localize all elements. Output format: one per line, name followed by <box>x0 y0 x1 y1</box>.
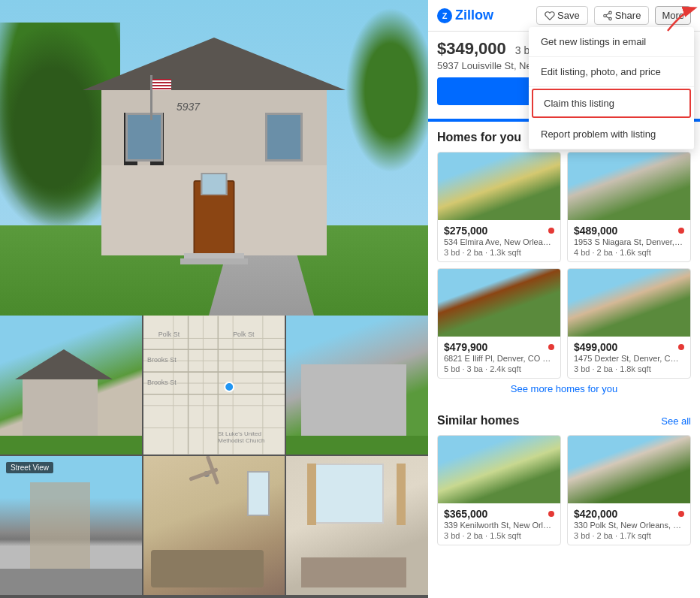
similar-photo-1 <box>438 436 560 503</box>
street-view-badge: Street View <box>6 462 53 473</box>
flag <box>150 75 152 120</box>
svg-point-22 <box>608 11 611 14</box>
home-card-photo-2 <box>568 153 690 220</box>
svg-text:St Luke's United: St Luke's United <box>218 430 261 437</box>
home-details-1: 3 bd · 2 ba · 1.3k sqft <box>444 248 554 257</box>
similar-card-1[interactable]: $365,000 339 Kenilworth St, New Orle... … <box>437 435 561 545</box>
similar-dot-2 <box>678 511 684 517</box>
home-card-info-4: $499,000 1475 Dexter St, Denver, CO ... … <box>568 337 690 378</box>
svg-text:Methodist Church: Methodist Church <box>218 437 264 444</box>
home-card-2[interactable]: $489,000 1953 S Niagara St, Denver, C...… <box>567 152 691 262</box>
svg-point-23 <box>603 14 606 17</box>
homes-for-you-section: Homes for you $275,000 534 Elmira Ave, N… <box>428 122 700 405</box>
home-price-4: $499,000 <box>574 341 617 353</box>
home-details-2: 4 bd · 2 ba · 1.6k sqft <box>574 248 684 257</box>
status-dot-2 <box>678 228 684 234</box>
similar-dot-1 <box>548 511 554 517</box>
heart-icon <box>545 11 555 21</box>
svg-line-25 <box>606 16 609 17</box>
thumb-exterior-2[interactable] <box>286 316 428 455</box>
homes-for-you-grid: $275,000 534 Elmira Ave, New Orleans... … <box>437 152 691 379</box>
similar-address-1: 339 Kenilworth St, New Orle... <box>444 521 554 530</box>
svg-line-26 <box>606 13 609 14</box>
home-price-2: $489,000 <box>574 225 617 237</box>
dropdown-claim-item[interactable]: Claim this listing <box>532 89 691 118</box>
see-all-link[interactable]: See all <box>661 415 691 427</box>
save-button[interactable]: Save <box>536 6 588 25</box>
share-icon <box>602 11 613 21</box>
zillow-logo-text: Zillow <box>455 8 493 23</box>
more-dropdown: Get new listings in email Edit listing, … <box>529 27 694 150</box>
home-address-1: 534 Elmira Ave, New Orleans... <box>444 237 554 246</box>
home-card-photo-4 <box>568 269 690 337</box>
zillow-icon: Z <box>437 8 452 23</box>
similar-details-1: 3 bd · 2 ba · 1.5k sqft <box>444 531 554 540</box>
home-card-photo-1 <box>438 153 560 220</box>
thumb-exterior-1[interactable] <box>0 316 142 455</box>
home-card-info-2: $489,000 1953 S Niagara St, Denver, C...… <box>568 220 690 261</box>
svg-point-21 <box>225 382 234 391</box>
homes-for-you-title: Homes for you <box>437 131 521 144</box>
trees-right-decoration <box>345 8 428 173</box>
home-price-3: $479,900 <box>444 341 487 353</box>
similar-card-2[interactable]: $420,000 330 Polk St, New Orleans, LA...… <box>567 435 691 545</box>
dropdown-edit-item[interactable]: Edit listing, photo, and price <box>529 57 694 87</box>
dropdown-report-item[interactable]: Report problem with listing <box>529 119 694 150</box>
svg-text:Polk St: Polk St <box>158 331 180 338</box>
home-address-4: 1475 Dexter St, Denver, CO ... <box>574 354 684 363</box>
listing-price: $349,000 <box>437 39 506 59</box>
similar-price-2: $420,000 <box>574 508 617 520</box>
right-panel: Z Zillow Save Share More Get n <box>428 0 700 598</box>
similar-address-2: 330 Polk St, New Orleans, LA... <box>574 521 684 530</box>
main-photo[interactable]: 5937 <box>0 0 428 316</box>
similar-homes-header: Similar homes See all <box>437 414 691 427</box>
home-address-3: 6821 E Iliff Pl, Denver, CO 80... <box>444 354 554 363</box>
home-address-2: 1953 S Niagara St, Denver, C... <box>574 237 684 246</box>
status-dot-4 <box>678 344 684 350</box>
zillow-logo: Z Zillow <box>437 8 493 23</box>
thumb-street-view[interactable]: Street View <box>0 456 142 595</box>
similar-homes-section: Similar homes See all $365,000 339 Kenil… <box>428 405 700 551</box>
home-card-4[interactable]: $499,000 1475 Dexter St, Denver, CO ... … <box>567 268 691 379</box>
thumb-interior-kitchen[interactable] <box>286 456 428 595</box>
home-card-info-3: $479,900 6821 E Iliff Pl, Denver, CO 80.… <box>438 337 560 378</box>
status-dot-3 <box>548 344 554 350</box>
see-more-homes-link[interactable]: See more homes for you <box>437 379 691 399</box>
thumb-map[interactable]: Polk St Polk St Brooks St Brooks St St L… <box>143 316 285 455</box>
thumb-interior-living[interactable] <box>143 456 285 595</box>
left-panel: 5937 <box>0 0 428 598</box>
thumbnail-grid: Polk St Polk St Brooks St Brooks St St L… <box>0 316 428 598</box>
share-button[interactable]: Share <box>594 6 650 25</box>
similar-info-1: $365,000 339 Kenilworth St, New Orle... … <box>438 503 560 545</box>
similar-details-2: 3 bd · 2 ba · 1.7k sqft <box>574 531 684 540</box>
similar-homes-grid: $365,000 339 Kenilworth St, New Orle... … <box>437 435 691 545</box>
svg-text:Brooks St: Brooks St <box>147 379 177 386</box>
home-details-3: 5 bd · 3 ba · 2.4k sqft <box>444 364 554 373</box>
home-details-4: 3 bd · 2 ba · 1.8k sqft <box>574 364 684 373</box>
similar-price-1: $365,000 <box>444 508 487 520</box>
svg-text:Brooks St: Brooks St <box>147 356 177 364</box>
arrow-indicator <box>660 5 698 35</box>
svg-point-24 <box>608 17 611 20</box>
status-dot-1 <box>548 228 554 234</box>
home-card-photo-3 <box>438 269 560 337</box>
svg-text:Polk St: Polk St <box>233 331 255 338</box>
similar-homes-title: Similar homes <box>437 414 519 427</box>
home-card-3[interactable]: $479,900 6821 E Iliff Pl, Denver, CO 80.… <box>437 268 561 379</box>
home-price-1: $275,000 <box>444 225 487 237</box>
home-card-info-1: $275,000 534 Elmira Ave, New Orleans... … <box>438 220 560 261</box>
similar-photo-2 <box>568 436 690 503</box>
home-card-1[interactable]: $275,000 534 Elmira Ave, New Orleans... … <box>437 152 561 262</box>
similar-info-2: $420,000 330 Polk St, New Orleans, LA...… <box>568 503 690 545</box>
